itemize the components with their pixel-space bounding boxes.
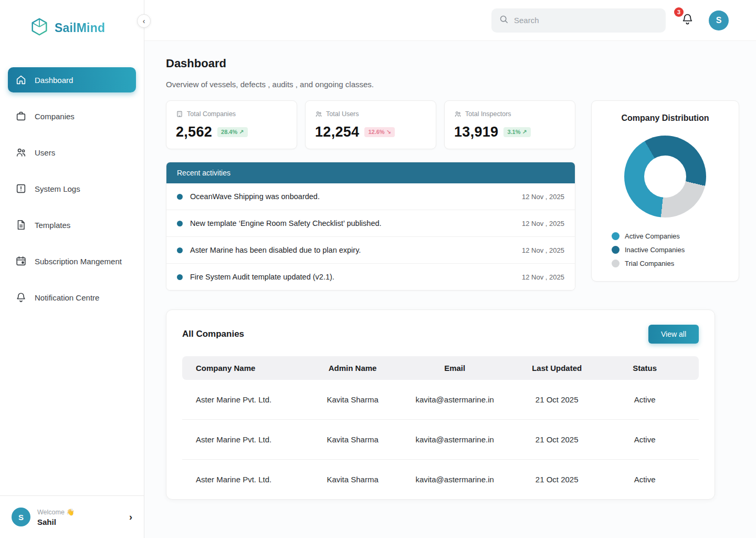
- column-header: Status: [604, 364, 685, 373]
- company-name-cell: Aster Marine Pvt. Ltd.: [196, 435, 305, 444]
- welcome-label: Welcome 👋: [37, 508, 75, 516]
- sidebar-item-users[interactable]: Users: [8, 140, 136, 165]
- stat-delta-badge: 12.6% ↘: [364, 127, 394, 137]
- activity-date: 12 Nov , 2025: [522, 273, 564, 281]
- all-companies-title: All Companies: [182, 329, 244, 339]
- search-box: [491, 8, 666, 33]
- companies-table: Company Name Admin Name Email Last Updat…: [182, 356, 699, 499]
- stat-value: 13,919: [454, 124, 498, 140]
- sidebar: ‹ SailMind Dashb: [0, 0, 144, 538]
- view-all-button[interactable]: View all: [648, 325, 699, 344]
- dashboard-content: Dashboard Overview of vessels, defects ,…: [144, 41, 756, 538]
- document-icon: [15, 219, 27, 231]
- stat-label: Total Inspectors: [465, 110, 511, 118]
- recent-activities-title: Recent activities: [166, 162, 575, 183]
- page-subtitle: Overview of vessels, defects , audits , …: [166, 80, 739, 89]
- stat-value: 2,562: [176, 124, 212, 140]
- company-distribution-title: Company Distribution: [603, 113, 727, 123]
- stats-row: Total Companies 2,562 28.4% ↗: [166, 100, 575, 149]
- sailmind-logo-icon: [29, 17, 49, 39]
- status-cell: Active: [604, 395, 685, 404]
- email-cell: kavita@astermarine.in: [400, 395, 509, 404]
- sidebar-item-system-logs[interactable]: System Logs: [8, 176, 136, 201]
- column-header: Last Updated: [509, 364, 604, 373]
- table-row[interactable]: Aster Marine Pvt. Ltd. Kavita Sharma kav…: [182, 460, 699, 499]
- activity-text: OceanWave Shipping was onboarded.: [190, 192, 320, 201]
- avatar: S: [12, 508, 30, 526]
- brand-name: SailMind: [55, 21, 105, 35]
- last-updated-cell: 21 Oct 2025: [509, 475, 604, 484]
- search-icon: [499, 14, 509, 26]
- user-avatar[interactable]: S: [709, 11, 729, 30]
- table-header-row: Company Name Admin Name Email Last Updat…: [182, 356, 699, 380]
- calendar-clock-icon: [15, 255, 27, 267]
- admin-name-cell: Kavita Sharma: [305, 475, 400, 484]
- bullet-dot-icon: [177, 221, 183, 226]
- main-area: 3 S Dashboard Overview of vessels, defec…: [144, 0, 756, 538]
- stat-card-total-users: Total Users 12,254 12.6% ↘: [305, 100, 436, 149]
- bullet-dot-icon: [177, 274, 183, 280]
- bell-icon: [681, 13, 694, 28]
- sidebar-item-templates[interactable]: Templates: [8, 212, 136, 237]
- bullet-dot-icon: [177, 194, 183, 200]
- notification-badge: 3: [674, 7, 684, 17]
- activity-row: Fire System Audit template updated (v2.1…: [166, 264, 575, 290]
- column-header: Email: [400, 364, 509, 373]
- sidebar-item-dashboard[interactable]: Dashboard: [8, 67, 136, 92]
- stat-label: Total Companies: [187, 110, 236, 118]
- sidebar-item-subscription-management[interactable]: Subscription Mangement: [8, 249, 136, 274]
- legend-dot-inactive: [612, 246, 620, 254]
- bullet-dot-icon: [177, 247, 183, 253]
- legend-label: Trial Companies: [625, 260, 674, 267]
- company-name-cell: Aster Marine Pvt. Ltd.: [196, 395, 305, 404]
- users-icon: [15, 147, 27, 158]
- sidebar-item-notification-centre[interactable]: Notification Centre: [8, 285, 136, 310]
- notifications-button[interactable]: 3: [678, 12, 696, 29]
- bell-icon: [15, 292, 27, 303]
- company-distribution-donut: [624, 136, 706, 218]
- activity-date: 12 Nov , 2025: [522, 220, 564, 227]
- page-title: Dashboard: [166, 57, 739, 70]
- company-name-cell: Aster Marine Pvt. Ltd.: [196, 475, 305, 484]
- sidebar-item-label: Users: [35, 148, 55, 157]
- email-cell: kavita@astermarine.in: [400, 475, 509, 484]
- profile-name: Sahil: [37, 518, 75, 526]
- legend-item: Trial Companies: [612, 260, 727, 267]
- stat-delta-badge: 28.4% ↗: [217, 127, 247, 137]
- last-updated-cell: 21 Oct 2025: [509, 435, 604, 444]
- sidebar-profile[interactable]: S Welcome 👋 Sahil ›: [0, 495, 144, 538]
- legend-item: Inactive Companies: [612, 246, 727, 254]
- activity-text: Fire System Audit template updated (v2.1…: [190, 273, 334, 281]
- users-mini-icon: [315, 110, 322, 118]
- home-icon: [15, 74, 27, 86]
- legend-dot-active: [612, 232, 620, 240]
- stat-delta-badge: 3.1% ↗: [503, 127, 530, 137]
- admin-name-cell: Kavita Sharma: [305, 435, 400, 444]
- chevron-right-icon[interactable]: ›: [129, 512, 132, 523]
- briefcase-icon: [15, 110, 27, 122]
- email-cell: kavita@astermarine.in: [400, 435, 509, 444]
- column-header: Admin Name: [305, 364, 400, 373]
- sidebar-item-label: Subscription Mangement: [35, 257, 122, 266]
- table-row[interactable]: Aster Marine Pvt. Ltd. Kavita Sharma kav…: [182, 380, 699, 420]
- sidebar-item-companies[interactable]: Companies: [8, 104, 136, 129]
- table-row[interactable]: Aster Marine Pvt. Ltd. Kavita Sharma kav…: [182, 420, 699, 460]
- all-companies-card: All Companies View all Company Name Admi…: [166, 309, 715, 500]
- sidebar-collapse-button[interactable]: ‹: [137, 14, 151, 28]
- legend-label: Active Companies: [625, 232, 680, 240]
- stat-value: 12,254: [315, 124, 359, 140]
- activity-row: New template ‘Engine Room Safety Checkli…: [166, 210, 575, 237]
- activity-date: 12 Nov , 2025: [522, 246, 564, 254]
- activity-text: New template ‘Engine Room Safety Checkli…: [190, 219, 382, 227]
- building-icon: [176, 110, 183, 118]
- legend-label: Inactive Companies: [625, 246, 685, 254]
- search-input[interactable]: [514, 16, 658, 25]
- stat-card-total-inspectors: Total Inspectors 13,919 3.1% ↗: [444, 100, 575, 149]
- sidebar-item-label: Templates: [35, 221, 70, 230]
- activity-row: OceanWave Shipping was onboarded. 12 Nov…: [166, 183, 575, 210]
- admin-name-cell: Kavita Sharma: [305, 395, 400, 404]
- column-header: Company Name: [196, 364, 305, 373]
- sidebar-item-label: System Logs: [35, 184, 80, 193]
- company-distribution-card: Company Distribution Active Companies In…: [591, 100, 739, 282]
- activity-row: Aster Marine has been disabled due to pl…: [166, 237, 575, 264]
